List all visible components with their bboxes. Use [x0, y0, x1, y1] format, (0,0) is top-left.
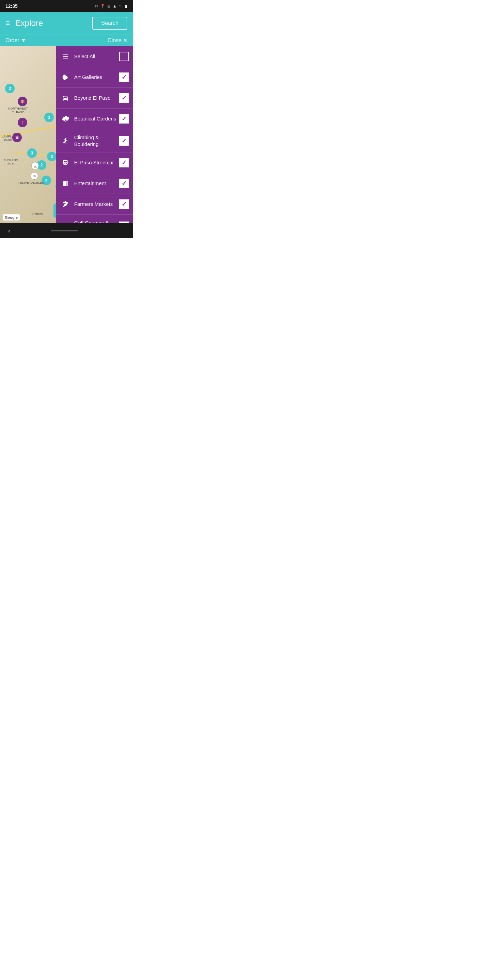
status-time: 12:35	[5, 3, 18, 9]
close-label: Close	[108, 37, 121, 43]
art-galleries-checkbox[interactable]: ✓	[119, 73, 129, 82]
settings-icon: ⚙	[94, 4, 98, 8]
svg-rect-5	[64, 58, 68, 59]
filter-item-el-paso-streetcar[interactable]: El Paso Streetcar✓	[56, 153, 133, 173]
filter-item-golf-courses-clubs[interactable]: Golf Courses & Clubs✓	[56, 215, 133, 223]
checkmark-icon: ✓	[121, 137, 127, 145]
el-paso-streetcar-checkbox[interactable]: ✓	[119, 158, 129, 167]
highway-marker: 85	[30, 172, 38, 180]
highway-marker: I10	[31, 162, 39, 169]
el-paso-streetcar-label: El Paso Streetcar	[74, 159, 119, 166]
golf-courses-clubs-icon	[60, 221, 71, 224]
filter-item-beyond-el-paso[interactable]: Beyond El Paso✓	[56, 88, 133, 108]
place-label: NORTHWESTEL PASO	[8, 107, 28, 115]
svg-rect-4	[63, 58, 64, 59]
svg-rect-0	[63, 54, 64, 55]
svg-point-6	[63, 77, 64, 78]
climbing-bouldering-label: Climbing & Bouldering	[74, 134, 119, 147]
location-icon: 📍	[100, 4, 105, 8]
filter-item-farmers-markets[interactable]: Farmers Markets✓	[56, 194, 133, 215]
bottom-nav: ‹	[0, 223, 133, 238]
checkmark-icon: ✓	[121, 200, 127, 208]
el-paso-streetcar-icon	[60, 157, 71, 168]
checkmark-icon: ✓	[121, 94, 127, 102]
close-button[interactable]: Close ✕	[108, 37, 127, 43]
checkmark-icon: ✓	[121, 73, 127, 81]
beyond-el-paso-label: Beyond El Paso	[74, 95, 119, 102]
wifi-icon: ▲	[113, 4, 117, 8]
filter-item-entertainment[interactable]: Entertainment✓	[56, 173, 133, 194]
place-label: FELIPE ANGELES	[18, 181, 44, 185]
map-area: 2 3 3 3 2 4 11 2 29 ⛩ 🎨 📍 🏛 🦅 NORTHWESTE…	[0, 46, 133, 223]
botanical-gardens-label: Botanical Gardens	[74, 115, 119, 122]
app-header: ≡ Explore Search	[0, 12, 133, 34]
svg-rect-2	[63, 56, 64, 57]
farmers-markets-icon	[60, 199, 71, 210]
beyond-el-paso-icon	[60, 92, 71, 103]
map-pin-purple: 📍	[18, 118, 27, 127]
svg-point-9	[66, 76, 67, 77]
art-galleries-label: Art Galleries	[74, 74, 119, 81]
botanical-gardens-icon	[60, 113, 71, 124]
block-icon: ⊖	[107, 4, 111, 8]
entertainment-label: Entertainment	[74, 180, 119, 187]
golf-courses-clubs-label: Golf Courses & Clubs	[74, 220, 119, 223]
map-pin-purple: 🎨	[18, 97, 27, 106]
svg-rect-3	[64, 56, 68, 57]
farmers-markets-checkbox[interactable]: ✓	[119, 199, 129, 209]
map-pin: 3	[47, 152, 56, 161]
svg-point-8	[65, 76, 66, 76]
select-all-icon	[60, 51, 71, 62]
climbing-bouldering-checkbox[interactable]: ✓	[119, 136, 129, 146]
order-chevron-icon: ▼	[21, 37, 26, 43]
order-button[interactable]: Order ▼	[5, 37, 26, 43]
search-button[interactable]: Search	[92, 17, 127, 30]
map-pin: 3	[27, 148, 37, 158]
entertainment-icon	[60, 178, 71, 189]
checkmark-icon: ✓	[121, 223, 127, 224]
home-indicator	[51, 230, 78, 231]
svg-rect-1	[64, 54, 68, 55]
map-pin: 3	[44, 113, 54, 122]
google-logo: Google	[3, 215, 20, 221]
close-x-icon: ✕	[123, 37, 127, 43]
filter-item-select-all[interactable]: Select All	[56, 46, 133, 67]
place-label: LAMPL...PARK	[2, 135, 14, 142]
signal-icon: ↑↓	[119, 4, 123, 8]
entertainment-checkbox[interactable]: ✓	[119, 179, 129, 188]
sub-header: Order ▼ Close ✕	[0, 34, 133, 46]
climbing-bouldering-icon	[60, 135, 71, 146]
art-galleries-icon	[60, 72, 71, 83]
filter-item-art-galleries[interactable]: Art Galleries✓	[56, 67, 133, 88]
botanical-gardens-checkbox[interactable]: ✓	[119, 114, 129, 124]
status-bar: 12:35 ⚙ 📍 ⊖ ▲ ↑↓ ▮	[0, 0, 133, 12]
back-button[interactable]: ‹	[8, 227, 10, 234]
place-label: Rancho	[32, 212, 43, 216]
map-pin: 2	[5, 84, 14, 93]
select-all-checkbox[interactable]	[119, 52, 129, 61]
svg-point-7	[64, 76, 65, 77]
golf-courses-clubs-checkbox[interactable]: ✓	[119, 221, 129, 224]
place-label: SUNLANDPARK	[3, 159, 18, 166]
checkmark-icon: ✓	[121, 159, 127, 166]
beyond-el-paso-checkbox[interactable]: ✓	[119, 93, 129, 103]
app-title: Explore	[15, 18, 92, 28]
filter-item-botanical-gardens[interactable]: Botanical Gardens✓	[56, 108, 133, 129]
menu-icon[interactable]: ≡	[5, 19, 10, 27]
battery-icon: ▮	[125, 4, 127, 8]
checkmark-icon: ✓	[121, 115, 127, 123]
order-label: Order	[5, 37, 19, 43]
farmers-markets-label: Farmers Markets	[74, 201, 119, 208]
svg-point-10	[64, 118, 66, 120]
select-all-label: Select All	[74, 53, 119, 60]
filter-panel: Select AllArt Galleries✓Beyond El Paso✓B…	[56, 46, 133, 223]
checkmark-icon: ✓	[121, 180, 127, 187]
status-icons: ⚙ 📍 ⊖ ▲ ↑↓ ▮	[94, 4, 127, 8]
filter-item-climbing-bouldering[interactable]: Climbing & Bouldering✓	[56, 129, 133, 153]
